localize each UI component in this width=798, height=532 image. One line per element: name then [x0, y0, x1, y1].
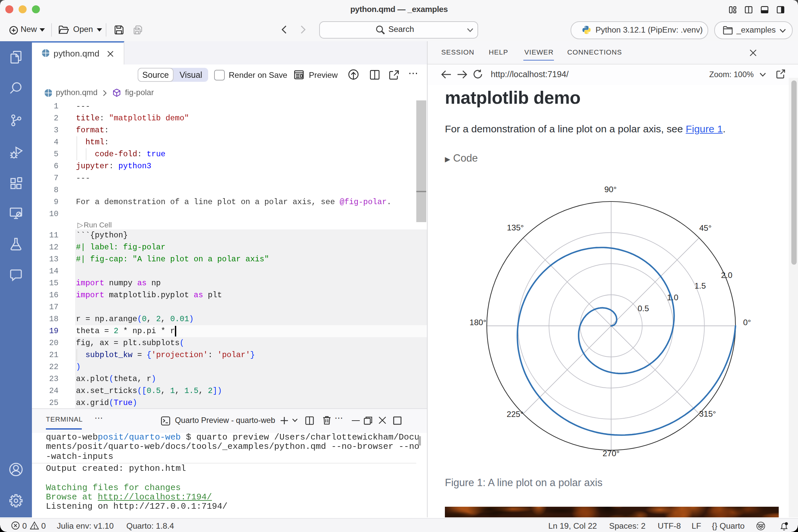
- svg-text:315°: 315°: [699, 409, 716, 418]
- svg-text:0°: 0°: [743, 318, 751, 327]
- svg-text:0.5: 0.5: [638, 304, 649, 313]
- svg-text:180°: 180°: [470, 318, 487, 327]
- svg-text:1.0: 1.0: [667, 293, 678, 302]
- svg-text:1.5: 1.5: [695, 281, 706, 290]
- svg-text:90°: 90°: [604, 186, 616, 194]
- svg-text:135°: 135°: [507, 223, 524, 232]
- svg-text:2.0: 2.0: [721, 271, 732, 280]
- svg-text:270°: 270°: [603, 449, 620, 458]
- svg-text:225°: 225°: [507, 410, 524, 419]
- svg-text:45°: 45°: [699, 224, 711, 232]
